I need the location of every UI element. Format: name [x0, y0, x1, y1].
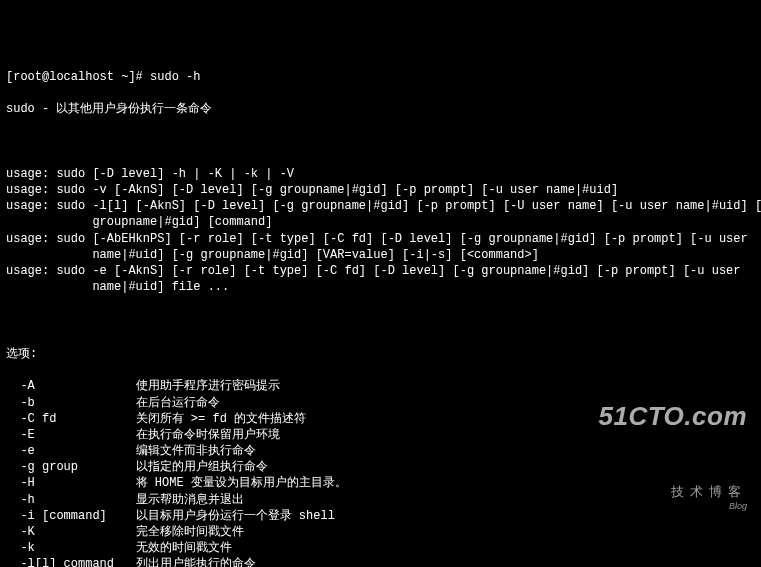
option-flag: -C fd [6, 412, 136, 426]
option-desc: 编辑文件而非执行命令 [136, 444, 256, 458]
option-row: -l[l] command 列出用户能执行的命令 [6, 556, 755, 567]
option-row: -k 无效的时间戳文件 [6, 540, 755, 556]
option-flag: -g group [6, 460, 136, 474]
option-row: -A 使用助手程序进行密码提示 [6, 378, 755, 394]
usage-line: name|#uid] file ... [6, 279, 755, 295]
prompt-line-1: [root@localhost ~]# sudo -h [6, 69, 755, 85]
option-flag: -k [6, 541, 136, 555]
usage-line: usage: sudo -l[l] [-AknS] [-D level] [-g… [6, 198, 755, 214]
option-flag: -E [6, 428, 136, 442]
option-desc: 在执行命令时保留用户环境 [136, 428, 280, 442]
option-desc: 显示帮助消息并退出 [136, 493, 244, 507]
option-desc: 列出用户能执行的命令 [136, 557, 256, 567]
usage-line: usage: sudo -v [-AknS] [-D level] [-g gr… [6, 182, 755, 198]
option-row: -e 编辑文件而非执行命令 [6, 443, 755, 459]
option-row: -g group 以指定的用户组执行命令 [6, 459, 755, 475]
blank-line [6, 134, 755, 150]
usage-line: name|#uid] [-g groupname|#gid] [VAR=valu… [6, 247, 755, 263]
option-flag: -i [command] [6, 509, 136, 523]
option-flag: -A [6, 379, 136, 393]
option-flag: -e [6, 444, 136, 458]
usage-block: usage: sudo [-D level] -h | -K | -k | -V… [6, 166, 755, 296]
option-row: -i [command] 以目标用户身份运行一个登录 shell [6, 508, 755, 524]
option-desc: 完全移除时间戳文件 [136, 525, 244, 539]
blank-line [6, 312, 755, 328]
sudo-description: sudo - 以其他用户身份执行一条命令 [6, 101, 755, 117]
usage-line: usage: sudo -e [-AknS] [-r role] [-t typ… [6, 263, 755, 279]
option-desc: 使用助手程序进行密码提示 [136, 379, 280, 393]
option-flag: -H [6, 476, 136, 490]
option-row: -H 将 HOME 变量设为目标用户的主目录。 [6, 475, 755, 491]
usage-line: usage: sudo [-D level] -h | -K | -k | -V [6, 166, 755, 182]
option-flag: -b [6, 396, 136, 410]
option-desc: 以指定的用户组执行命令 [136, 460, 268, 474]
option-flag: -K [6, 525, 136, 539]
usage-line: groupname|#gid] [command] [6, 214, 755, 230]
option-desc: 关闭所有 >= fd 的文件描述符 [136, 412, 306, 426]
option-flag: -h [6, 493, 136, 507]
option-flag: -l[l] command [6, 557, 136, 567]
option-row: -b 在后台运行命令 [6, 395, 755, 411]
option-row: -E 在执行命令时保留用户环境 [6, 427, 755, 443]
option-row: -C fd 关闭所有 >= fd 的文件描述符 [6, 411, 755, 427]
option-row: -h 显示帮助消息并退出 [6, 492, 755, 508]
option-desc: 无效的时间戳文件 [136, 541, 232, 555]
option-row: -K 完全移除时间戳文件 [6, 524, 755, 540]
command-entered: sudo -h [150, 70, 200, 84]
shell-prompt: [root@localhost ~]# [6, 70, 150, 84]
option-desc: 将 HOME 变量设为目标用户的主目录。 [136, 476, 347, 490]
options-block: -A 使用助手程序进行密码提示 -b 在后台运行命令 -C fd 关闭所有 >=… [6, 378, 755, 567]
usage-line: usage: sudo [-AbEHknPS] [-r role] [-t ty… [6, 231, 755, 247]
options-header: 选项: [6, 346, 755, 362]
option-desc: 在后台运行命令 [136, 396, 220, 410]
option-desc: 以目标用户身份运行一个登录 shell [136, 509, 335, 523]
